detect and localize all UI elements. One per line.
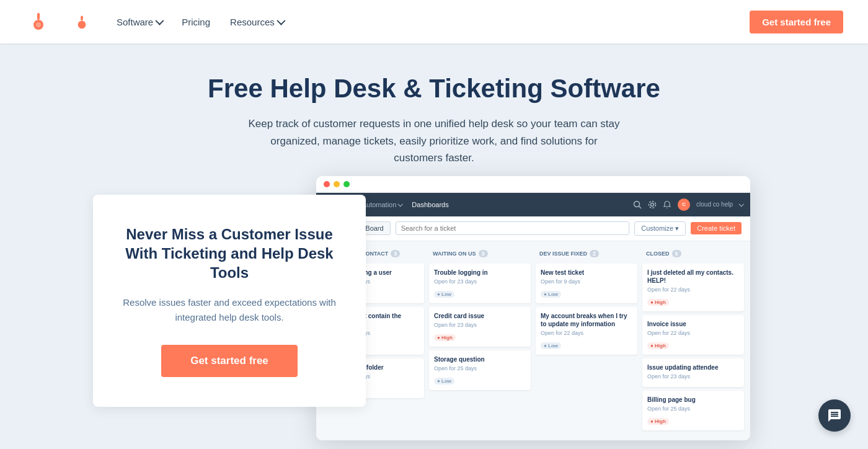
svg-point-9: [651, 203, 654, 206]
badge-low: ● Low: [434, 291, 454, 298]
content-area: Never Miss a Customer Issue With Ticketi…: [93, 189, 775, 407]
ds-col-header: CLOSED 5: [642, 247, 744, 260]
left-card: Never Miss a Customer Issue With Ticketi…: [93, 195, 366, 407]
chat-bubble[interactable]: [818, 399, 851, 432]
chat-icon: [827, 408, 842, 423]
hero-subtitle: Keep track of customer requests in one u…: [248, 115, 620, 166]
nav-software[interactable]: Software: [109, 12, 169, 32]
left-card-title: Never Miss a Customer Issue With Ticketi…: [118, 225, 341, 283]
nav-pricing[interactable]: Pricing: [174, 12, 218, 32]
ds-nav-automation: Automation: [362, 201, 402, 208]
chevron-down-icon: [277, 17, 285, 25]
avatar: C: [678, 198, 690, 211]
ds-board: WAITING ON CONTACT 3 Trouble adding a us…: [316, 241, 750, 440]
ds-ticket: Credit card issue Open for 23 days ● Hig…: [429, 307, 531, 347]
ds-ticket: I just deleted all my contacts. HELP! Op…: [642, 264, 744, 311]
ds-ticket: Invoice issue Open for 22 days ● High: [642, 315, 744, 355]
chevron-down-icon: [398, 202, 403, 207]
badge-high: ● High: [647, 299, 669, 306]
ds-topbar: [316, 176, 750, 193]
bell-icon: [663, 200, 671, 209]
svg-rect-2: [37, 13, 40, 17]
badge-low: ● Low: [541, 342, 561, 349]
nav-pricing-label: Pricing: [182, 17, 210, 27]
svg-rect-6: [81, 16, 82, 19]
hero-section: Free Help Desk & Ticketing Software Keep…: [0, 43, 868, 449]
badge-high: ● High: [434, 334, 456, 341]
nav-cta-button[interactable]: Get started free: [750, 11, 843, 33]
dashboard-screenshot: Service Automation Dashboards C: [316, 176, 750, 440]
ds-create-ticket-button[interactable]: Create ticket: [691, 222, 742, 234]
navbar: Software Pricing Resources Get started f…: [0, 0, 868, 43]
ds-nav: Service Automation Dashboards C: [316, 193, 750, 216]
ds-ticket: Storage question Open for 25 days ● Low: [429, 350, 531, 390]
window-dot-yellow: [334, 181, 340, 187]
ds-toolbar: Table Board Customize ▾ Create ticket: [316, 216, 750, 241]
badge-high: ● High: [647, 342, 669, 349]
svg-point-7: [634, 201, 640, 207]
left-card-description: Resolve issues faster and exceed expecta…: [118, 295, 341, 325]
badge-low: ● Low: [434, 378, 454, 385]
ds-column-closed: CLOSED 5 I just deleted all my contacts.…: [642, 247, 744, 434]
ds-nav-icons: C cloud co help: [633, 198, 743, 211]
ds-column-dev-issue-fixed: DEV ISSUE FIXED 2 New test ticket Open f…: [536, 247, 637, 434]
nav-resources[interactable]: Resources: [223, 12, 291, 32]
nav-links: Software Pricing Resources: [109, 12, 750, 32]
ds-ticket: Trouble logging in Open for 23 days ● Lo…: [429, 264, 531, 303]
ds-ticket: My account breaks when I try to update m…: [536, 307, 637, 355]
badge-high: ● High: [647, 418, 669, 425]
ds-search-input[interactable]: [396, 221, 630, 235]
svg-point-3: [36, 22, 41, 27]
chevron-down-icon: [738, 202, 743, 207]
gear-icon: [648, 200, 657, 209]
ds-nav-dashboards: Dashboards: [412, 201, 448, 208]
chevron-down-icon: [156, 17, 164, 25]
ds-ticket: New test ticket Open for 9 days ● Low: [536, 264, 637, 303]
svg-line-8: [639, 206, 642, 208]
ds-column-waiting-on-us: WAITING ON US 3 Trouble logging in Open …: [429, 247, 531, 434]
logo[interactable]: [25, 8, 52, 35]
window-dot-green: [343, 181, 350, 187]
ds-customize-button[interactable]: Customize ▾: [634, 221, 686, 236]
user-name: cloud co help: [696, 201, 733, 208]
nav-resources-label: Resources: [230, 17, 275, 27]
ds-col-header: DEV ISSUE FIXED 2: [536, 247, 637, 260]
svg-point-4: [78, 20, 86, 29]
ds-ticket: Billing page bug Open for 25 days ● High: [642, 391, 744, 430]
ds-col-header: WAITING ON US 3: [429, 247, 531, 260]
nav-software-label: Software: [117, 17, 153, 27]
ds-ticket: Issue updating attendee Open for 23 days: [642, 358, 744, 387]
hero-cta-button[interactable]: Get started free: [161, 345, 298, 377]
badge-low: ● Low: [541, 291, 561, 298]
svg-point-10: [649, 201, 656, 208]
search-icon: [633, 200, 642, 209]
hero-title: Free Help Desk & Ticketing Software: [208, 73, 660, 104]
window-dot-red: [324, 181, 330, 187]
